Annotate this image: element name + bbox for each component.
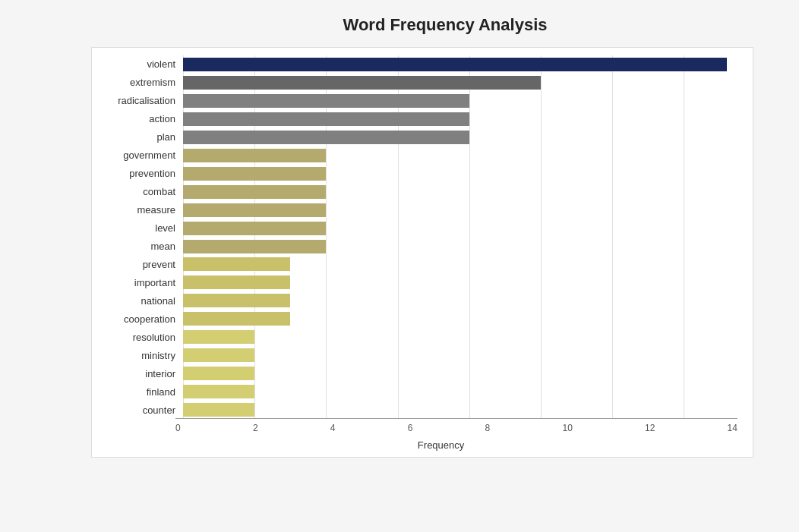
bar-track: [183, 346, 737, 364]
bar-row: measure: [99, 201, 737, 219]
bar-row: radicalisation: [99, 92, 737, 110]
bar: [183, 330, 254, 344]
bar-row: combat: [99, 183, 737, 201]
bar-row: counter: [99, 401, 737, 419]
x-tick: 2: [253, 423, 258, 433]
bar-track: [183, 328, 737, 346]
chart-title: Word Frequency Analysis: [91, 15, 753, 35]
bar-track: [183, 165, 737, 183]
bar-track: [183, 273, 737, 291]
x-tick: 12: [645, 423, 655, 433]
bar-row: prevent: [99, 255, 737, 273]
bar-row: cooperation: [99, 310, 737, 328]
bar: [183, 112, 469, 126]
bar-label: finland: [99, 386, 183, 398]
bar-label: prevention: [99, 168, 183, 179]
bar-label: level: [99, 222, 183, 234]
bar: [183, 167, 326, 181]
bar: [183, 385, 254, 398]
bar-track: [183, 201, 737, 219]
bar: [183, 58, 727, 71]
bar-row: finland: [99, 382, 737, 401]
bar-track: [183, 238, 737, 256]
bar: [183, 257, 290, 271]
x-tick: 4: [330, 423, 336, 433]
bar-row: resolution: [99, 328, 737, 346]
bar-track: [183, 364, 737, 382]
bar-label: action: [99, 113, 183, 124]
bar-track: [183, 146, 737, 165]
x-tick: 14: [728, 423, 737, 433]
x-axis-label: Frequency: [418, 439, 464, 451]
bar: [183, 367, 254, 380]
bar: [183, 222, 326, 235]
bar-track: [183, 183, 737, 201]
bar-track: [183, 382, 737, 401]
bar: [183, 149, 326, 162]
bar: [183, 76, 541, 90]
bar-label: ministry: [99, 350, 183, 361]
bar-label: measure: [99, 204, 183, 216]
chart-area: violentextremismradicalisationactionplan…: [91, 47, 753, 458]
bar: [183, 312, 290, 326]
bar-track: [183, 110, 737, 128]
bar-label: government: [99, 150, 183, 161]
bar-label: important: [99, 277, 183, 288]
bar-track: [183, 92, 737, 110]
bar-row: extremism: [99, 74, 737, 92]
bar-row: mean: [99, 238, 737, 256]
bar-row: prevention: [99, 165, 737, 183]
bar-row: action: [99, 110, 737, 128]
bar: [183, 403, 254, 417]
bar-label: cooperation: [99, 313, 183, 325]
bar-track: [183, 55, 737, 74]
bar-label: counter: [99, 405, 183, 416]
x-tick: 6: [408, 423, 413, 433]
bar-track: [183, 291, 737, 310]
bar-row: interior: [99, 364, 737, 382]
x-axis: 02468101214: [175, 419, 737, 457]
bar-track: [183, 255, 737, 273]
bar: [183, 348, 254, 362]
bar-label: combat: [99, 186, 183, 197]
bar-label: interior: [99, 368, 183, 379]
bar-track: [183, 310, 737, 328]
bar: [183, 275, 290, 289]
bar-row: important: [99, 273, 737, 291]
bar: [183, 240, 326, 253]
bars-section: violentextremismradicalisationactionplan…: [99, 55, 737, 419]
bar: [183, 131, 469, 144]
bar-label: violent: [99, 58, 183, 70]
bar-track: [183, 219, 737, 238]
chart-container: Word Frequency Analysis violentextremism…: [0, 0, 799, 532]
x-tick: 0: [175, 423, 181, 433]
bar-label: national: [99, 295, 183, 307]
bar: [183, 185, 326, 199]
bar-track: [183, 128, 737, 146]
bar-label: radicalisation: [99, 95, 183, 106]
bar-label: mean: [99, 241, 183, 252]
bar: [183, 294, 290, 307]
bar-row: plan: [99, 128, 737, 146]
bar-row: government: [99, 146, 737, 165]
bar-track: [183, 74, 737, 92]
bar: [183, 94, 469, 108]
bar-row: ministry: [99, 346, 737, 364]
x-tick: 8: [485, 423, 491, 433]
bar-label: extremism: [99, 77, 183, 88]
bar-row: level: [99, 219, 737, 238]
bar-row: violent: [99, 55, 737, 74]
bar-row: national: [99, 291, 737, 310]
x-tick: 10: [562, 423, 572, 433]
bar-label: plan: [99, 131, 183, 143]
bar: [183, 203, 326, 217]
bar-track: [183, 401, 737, 419]
bar-label: prevent: [99, 259, 183, 270]
bar-label: resolution: [99, 332, 183, 343]
